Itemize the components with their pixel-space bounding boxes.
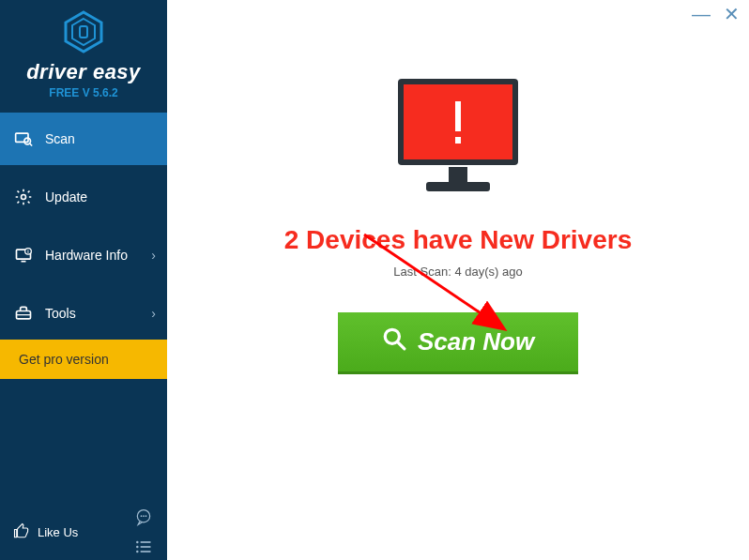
menu-icon[interactable] <box>133 537 154 557</box>
toolbox-icon <box>13 303 34 324</box>
sidebar-item-scan[interactable]: Scan <box>0 113 167 165</box>
info-monitor-icon: i <box>13 245 34 265</box>
svg-rect-27 <box>455 101 461 131</box>
sidebar-item-hardware-info[interactable]: i Hardware Info › <box>0 229 167 281</box>
like-us-button[interactable]: Like Us <box>13 522 78 542</box>
bottom-icons <box>133 507 154 557</box>
get-pro-button[interactable]: Get pro version <box>0 340 167 379</box>
sidebar-nav: Scan Update i Hardware Info › Tools <box>0 113 167 340</box>
svg-point-18 <box>136 546 139 549</box>
svg-point-16 <box>145 515 147 517</box>
minimize-button[interactable]: — <box>692 8 711 21</box>
brand-logo-icon <box>0 9 167 58</box>
alert-monitor-icon <box>383 73 533 208</box>
brand: driver easy FREE V 5.6.2 <box>0 0 167 107</box>
sidebar-item-label: Update <box>45 189 87 204</box>
window-controls: — ✕ <box>692 8 740 21</box>
brand-version: FREE V 5.6.2 <box>0 86 167 99</box>
svg-line-30 <box>398 342 405 349</box>
sidebar-item-update[interactable]: Update <box>0 171 167 223</box>
thumbs-up-icon <box>13 522 30 542</box>
chevron-right-icon: › <box>151 248 156 263</box>
svg-line-5 <box>30 144 32 146</box>
svg-rect-25 <box>449 167 467 182</box>
svg-point-19 <box>136 551 139 553</box>
scan-now-label: Scan Now <box>418 327 534 356</box>
sidebar-item-label: Scan <box>45 131 75 146</box>
sidebar-bottom: Like Us <box>0 504 167 560</box>
gear-icon <box>13 187 34 207</box>
svg-point-15 <box>143 515 145 517</box>
svg-rect-2 <box>80 26 87 38</box>
close-button[interactable]: ✕ <box>724 8 740 21</box>
svg-marker-1 <box>72 19 95 45</box>
brand-name: driver easy <box>0 60 167 84</box>
svg-point-29 <box>385 329 399 343</box>
like-us-label: Like Us <box>38 525 78 539</box>
svg-point-6 <box>22 195 26 200</box>
headline-text: 2 Devices have New Drivers <box>284 225 632 255</box>
app-window: — ✕ driver easy FREE V 5.6.2 Scan <box>0 0 749 560</box>
chevron-right-icon: › <box>151 306 156 321</box>
last-scan-text: Last Scan: 4 day(s) ago <box>393 265 522 279</box>
search-icon <box>382 326 406 357</box>
sidebar-spacer <box>0 379 167 504</box>
svg-rect-26 <box>426 182 490 191</box>
scan-icon <box>13 129 34 149</box>
sidebar-item-label: Tools <box>45 306 76 321</box>
sidebar: driver easy FREE V 5.6.2 Scan Update i <box>0 0 167 560</box>
svg-point-17 <box>136 541 139 544</box>
svg-point-14 <box>141 515 143 517</box>
get-pro-label: Get pro version <box>19 352 109 367</box>
sidebar-item-label: Hardware Info <box>45 248 128 263</box>
sidebar-item-tools[interactable]: Tools › <box>0 287 167 340</box>
svg-rect-28 <box>455 137 461 144</box>
scan-now-button[interactable]: Scan Now <box>338 312 578 374</box>
feedback-icon[interactable] <box>133 507 154 527</box>
main-panel: 2 Devices have New Drivers Last Scan: 4 … <box>167 0 749 560</box>
